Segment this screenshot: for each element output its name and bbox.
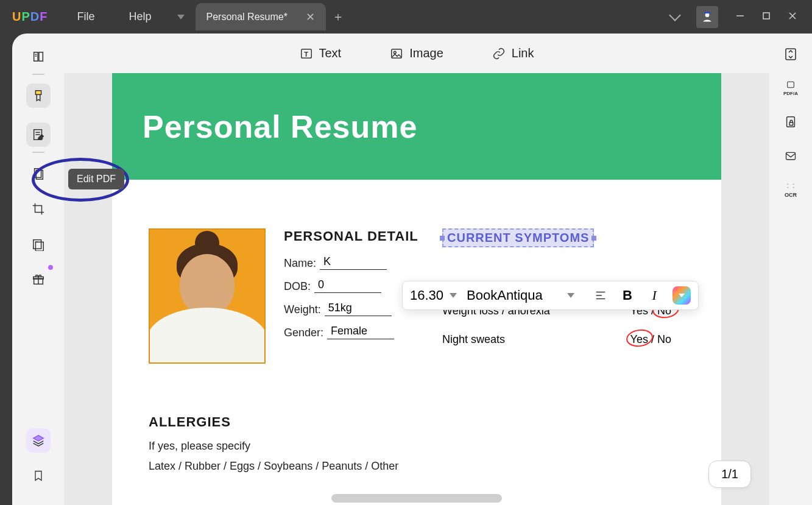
client-area: Edit PDF T Text Image Link Personal Resu… [12,34,812,505]
svg-point-22 [394,51,397,54]
svg-rect-3 [763,13,769,19]
tabs-overflow-icon[interactable] [671,15,679,19]
gender-label: Gender: [284,327,323,339]
tab-list-dropdown[interactable] [169,5,193,29]
gift-button[interactable] [26,267,51,292]
tool-link-label: Link [512,46,534,60]
page-header-banner: Personal Resume [112,73,721,180]
tool-image-label: Image [409,46,443,60]
page-indicator[interactable]: 1/1 [708,461,751,488]
comment-tool-button[interactable] [26,83,51,108]
yes-no-2: Yes / No [628,332,674,347]
left-sidebar [12,34,64,505]
app-logo: UPDF [0,10,60,24]
add-image-tool[interactable]: Image [390,46,443,60]
name-label: Name: [284,257,316,270]
font-family-dropdown[interactable]: BookAntiqua [467,288,582,303]
add-link-tool[interactable]: Link [492,46,534,60]
horizontal-scrollbar[interactable] [331,494,502,503]
allergies-line1: If yes, please specify [149,440,685,453]
font-family-value: BookAntiqua [467,288,543,303]
tab-title: Personal Resume* [207,12,288,23]
organize-pages-button[interactable] [26,161,51,186]
new-tab-button[interactable]: ＋ [326,5,350,29]
dob-value[interactable]: 0 [314,278,381,293]
content-area: T Text Image Link Personal Resume [64,34,769,505]
add-text-tool[interactable]: T Text [300,46,342,60]
align-button[interactable] [592,287,609,304]
window-minimize-icon[interactable] [735,11,745,23]
tool-text-label: Text [319,46,342,60]
svg-rect-27 [788,82,794,87]
window-maximize-icon[interactable] [762,12,771,23]
svg-rect-1 [704,12,710,13]
name-value[interactable]: K [320,255,387,270]
svg-text:T: T [304,50,308,57]
protect-button[interactable] [781,113,800,132]
font-color-picker[interactable] [673,286,691,305]
pdfa-button[interactable]: PDF/A [781,79,800,98]
allergies-section: ALLERGIES If yes, please specify Latex /… [149,414,685,480]
account-avatar[interactable] [696,6,718,28]
svg-rect-14 [35,242,43,251]
edit-toolbar: T Text Image Link [64,34,769,73]
svg-rect-13 [33,240,41,249]
redact-tool-button[interactable] [26,232,51,256]
selection-handle-left[interactable] [440,236,445,241]
profile-photo [149,228,266,364]
menu-help[interactable]: Help [111,10,168,23]
edit-pdf-tooltip: Edit PDF [68,169,124,189]
symptom-night-sweats: Night sweats [442,333,505,346]
tab-close-icon[interactable]: ✕ [306,10,315,24]
weight-label: Weight: [284,303,321,316]
sidebar-separator [32,74,44,75]
menu-file[interactable]: File [60,10,111,23]
reader-mode-button[interactable] [26,44,51,69]
italic-button[interactable]: I [646,287,663,304]
svg-rect-29 [789,122,793,125]
edit-pdf-button[interactable] [26,122,51,147]
titlebar: UPDF File Help Personal Resume* ✕ ＋ [0,0,812,34]
dob-label: DOB: [284,280,311,293]
crop-tool-button[interactable] [26,197,51,221]
font-size-dropdown[interactable]: 16.30 [410,288,457,303]
dropdown-icon [567,293,574,298]
ocr-button[interactable]: OCR [781,181,800,200]
dropdown-icon [450,293,457,298]
right-sidebar: PDF/A OCR [769,34,812,505]
document-title: Personal Resume [143,108,417,145]
document-tab[interactable]: Personal Resume* ✕ [196,3,326,30]
font-size-value: 16.30 [410,288,443,303]
weight-value[interactable]: 51kg [325,302,392,316]
gender-value[interactable]: Female [327,325,394,339]
share-button[interactable] [781,147,800,166]
selected-text-box[interactable]: CURRENT SYMPTOMS [442,228,594,247]
allergies-line2: Latex / Rubber / Eggs / Soybeans / Peanu… [149,460,685,473]
selection-handle-right[interactable] [591,236,596,241]
bold-button[interactable]: B [619,287,636,304]
svg-point-0 [705,13,710,17]
sidebar-separator [32,152,44,153]
allergies-heading: ALLERGIES [149,414,685,430]
convert-button[interactable] [781,44,800,64]
notification-dot-icon [48,265,53,270]
dropdown-icon [679,294,685,297]
tab-area: Personal Resume* ✕ ＋ [169,0,350,34]
personal-detail-heading: PERSONAL DETAIL [284,228,424,244]
svg-rect-30 [786,152,796,160]
window-close-icon[interactable] [788,11,797,23]
bookmark-button[interactable] [26,464,51,488]
svg-rect-21 [392,49,402,58]
text-format-toolbar[interactable]: 16.30 BookAntiqua B I [402,281,699,310]
layers-button[interactable] [26,428,51,453]
window-controls [671,6,812,28]
symptoms-heading: CURRENT SYMPTOMS [447,231,589,244]
